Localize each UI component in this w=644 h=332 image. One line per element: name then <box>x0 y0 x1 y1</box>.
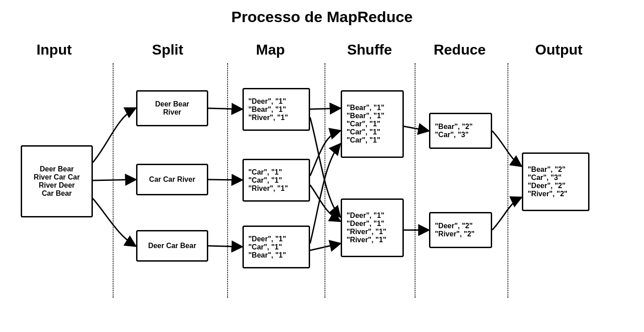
box-text-line: "Bear", "1" <box>347 104 384 112</box>
box-text-line: Deer Car Bear <box>148 242 196 250</box>
box-text-line: "Car", "1" <box>347 128 380 136</box>
box-text-line: "River", "2" <box>435 230 475 238</box>
box-text-line: Car Bear <box>42 189 72 198</box>
box-text-line: "Bear", "1" <box>248 251 286 259</box>
stage-separator <box>227 63 228 298</box>
stage-label-output: Output <box>535 42 583 58</box>
box-text-line: River Deer <box>39 181 75 189</box>
stage-separator <box>415 63 416 298</box>
stage-label-split: Split <box>152 42 183 58</box>
box-text-line: River Car Car <box>34 173 80 181</box>
map-box: "Deer", "1""Bear", "1""River", "1" <box>242 88 310 131</box>
box-text-line: "Car", "1" <box>347 136 380 144</box>
stage-separator <box>113 63 114 298</box>
box-text-line: "River", "1" <box>248 114 288 122</box>
box-text-line: "Deer", "1" <box>248 97 286 106</box>
box-text-line: "Car", "1" <box>248 243 282 251</box>
box-text-line: "River", "2" <box>528 190 567 198</box>
box-text-line: "Car", "3" <box>528 174 562 182</box>
stage-label-shuffle: Shuffe <box>347 42 392 58</box>
split-box: Car Car River <box>136 164 208 195</box>
stage-label-map: Map <box>256 42 285 58</box>
box-text-line: "Car", "1" <box>248 176 282 184</box>
box-text-line: "Bear", "2" <box>528 166 566 174</box>
box-text-line: "Bear", "2" <box>435 123 473 131</box>
box-text-line: "Deer", "1" <box>347 212 384 220</box>
stage-label-reduce: Reduce <box>434 42 486 58</box>
box-text-line: "Car", "1" <box>347 120 380 128</box>
diagram-title: Processo de MapReduce <box>0 8 644 26</box>
box-text-line: "River", "1" <box>248 184 288 193</box>
map-box: "Deer", "1""Car", "1""Bear", "1" <box>242 226 310 268</box>
box-text-line: "Deer", "1" <box>248 235 286 243</box>
box-text-line: Deer Bear <box>40 165 74 173</box>
box-text-line: "Deer", "2" <box>528 182 566 190</box>
box-text-line: "River", "1" <box>347 236 386 244</box>
stage-label-input: Input <box>37 42 72 58</box>
output-box: "Bear", "2""Car", "3""Deer", "2""River",… <box>522 152 589 211</box>
shuffle-box: "Deer", "1""Deer", "1""River", "1""River… <box>341 198 404 257</box>
box-text-line: "Deer", "2" <box>435 222 473 230</box>
box-text-line: "Car", "1" <box>248 168 282 176</box>
stage-separator <box>507 63 508 298</box>
box-text-line: River <box>163 108 181 116</box>
box-text-line: "Deer", "1" <box>347 220 384 228</box>
reduce-box: "Bear", "2""Car", "3" <box>429 113 492 149</box>
box-text-line: "Car", "3" <box>435 131 469 139</box>
shuffle-box: "Bear", "1""Bear", "1""Car", "1""Car", "… <box>341 90 404 158</box>
split-box: Deer BearRiver <box>136 90 208 126</box>
box-text-line: "Bear", "1" <box>248 106 286 114</box>
stage-separator <box>324 63 325 298</box>
box-text-line: "Bear", "1" <box>347 112 384 120</box>
reduce-box: "Deer", "2""River", "2" <box>429 212 492 248</box>
box-text-line: "River", "1" <box>347 228 386 236</box>
box-text-line: Deer Bear <box>155 100 189 108</box>
split-box: Deer Car Bear <box>136 230 208 262</box>
box-text-line: Car Car River <box>149 175 195 184</box>
diagram-canvas: Processo de MapReduce Input Split Map Sh… <box>0 0 644 332</box>
map-box: "Car", "1""Car", "1""River", "1" <box>242 159 310 202</box>
input-box: Deer BearRiver Car CarRiver DeerCar Bear <box>21 145 93 217</box>
